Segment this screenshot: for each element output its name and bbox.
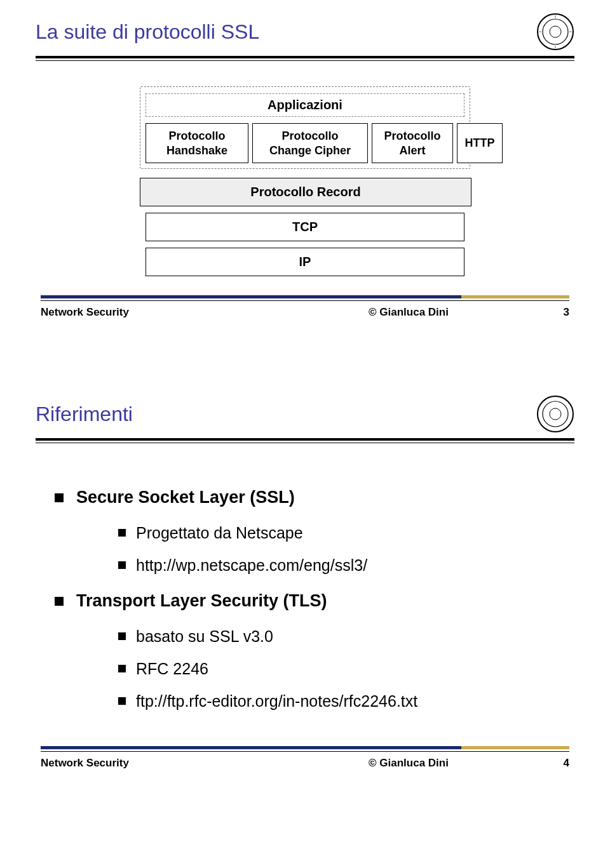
tls-sub1-text: basato su SSL v3.0	[136, 627, 273, 646]
alert-line2: Alert	[399, 144, 425, 158]
change-line2: Change Cipher	[269, 144, 351, 158]
slide-footer: Network Security © Gianluca Dini 3	[0, 295, 610, 319]
http-label: HTTP	[465, 136, 495, 150]
slide-1: La suite di protocolli SSL Applicazioni …	[0, 0, 610, 344]
footer-left: Network Security	[41, 306, 286, 319]
bullet-ssl-sub2: http://wp.netscape.com/eng/ssl3/	[118, 556, 574, 575]
ssl-sub2-text: http://wp.netscape.com/eng/ssl3/	[136, 556, 367, 575]
square-bullet-icon	[118, 697, 126, 705]
university-seal-icon	[536, 13, 574, 51]
application-layer-box: Applicazioni Protocollo Handshake Protoc…	[140, 86, 470, 169]
title-rule	[0, 433, 610, 443]
square-bullet-icon	[55, 597, 64, 606]
university-seal-icon	[536, 395, 574, 433]
applications-label: Applicazioni	[146, 93, 464, 117]
slide-content: Secure Socket Layer (SSL) Progettato da …	[0, 443, 610, 746]
square-bullet-icon	[55, 493, 64, 502]
alert-line1: Protocollo	[384, 129, 441, 144]
bullet-tls-sub1: basato su SSL v3.0	[118, 627, 574, 646]
footer-center: © Gianluca Dini	[286, 757, 531, 770]
svg-point-1	[543, 19, 568, 44]
ssl-heading-text: Secure Socket Layer (SSL)	[76, 488, 295, 507]
http-box: HTTP	[457, 123, 503, 163]
ssl-stack-diagram: Applicazioni Protocollo Handshake Protoc…	[140, 86, 470, 276]
svg-point-8	[543, 401, 568, 427]
slide-header: Riferimenti	[0, 382, 610, 433]
footer-color-rule	[41, 746, 569, 749]
slide-content: Applicazioni Protocollo Handshake Protoc…	[0, 61, 610, 295]
footer-text: Network Security © Gianluca Dini 4	[41, 757, 569, 770]
slide-2: Riferimenti Secure Socket Layer (SSL) Pr…	[0, 382, 610, 795]
ssl-sublist: Progettato da Netscape http://wp.netscap…	[118, 524, 574, 575]
bullet-ssl-sub1: Progettato da Netscape	[118, 524, 574, 542]
tls-sub2-text: RFC 2246	[136, 660, 208, 678]
slide-title: La suite di protocolli SSL	[36, 20, 536, 44]
ip-box: IP	[146, 248, 464, 276]
square-bullet-icon	[118, 665, 126, 672]
tls-heading-text: Transport Layer Security (TLS)	[76, 591, 327, 611]
handshake-protocol-box: Protocollo Handshake	[146, 123, 248, 163]
footer-center: © Gianluca Dini	[286, 306, 531, 319]
record-protocol-box: Protocollo Record	[140, 178, 471, 206]
change-cipher-protocol-box: Protocollo Change Cipher	[252, 123, 368, 163]
tcp-box: TCP	[146, 213, 464, 241]
slide-title: Riferimenti	[36, 403, 536, 426]
change-line1: Protocollo	[282, 129, 339, 144]
slide-footer: Network Security © Gianluca Dini 4	[0, 746, 610, 770]
slide-header: La suite di protocolli SSL	[0, 0, 610, 51]
tls-sublist: basato su SSL v3.0 RFC 2246 ftp://ftp.rf…	[118, 627, 574, 711]
footer-text: Network Security © Gianluca Dini 3	[41, 306, 569, 319]
square-bullet-icon	[118, 529, 126, 537]
ssl-subprotocols-row: Protocollo Handshake Protocollo Change C…	[146, 123, 464, 163]
bullet-tls-sub3: ftp://ftp.rfc-editor.org/in-notes/rfc224…	[118, 692, 574, 711]
handshake-line1: Protocollo	[169, 129, 226, 144]
alert-protocol-box: Protocollo Alert	[372, 123, 453, 163]
svg-point-2	[550, 26, 561, 37]
footer-page-number: 4	[531, 757, 569, 770]
bullet-tls: Transport Layer Security (TLS)	[55, 591, 574, 611]
footer-color-rule	[41, 295, 569, 298]
tls-sub3-text: ftp://ftp.rfc-editor.org/in-notes/rfc224…	[136, 692, 417, 711]
bullet-list: Secure Socket Layer (SSL) Progettato da …	[55, 488, 574, 711]
footer-page-number: 3	[531, 306, 569, 319]
square-bullet-icon	[118, 561, 126, 569]
bullet-tls-sub2: RFC 2246	[118, 660, 574, 678]
bullet-ssl: Secure Socket Layer (SSL)	[55, 488, 574, 507]
title-rule	[0, 51, 610, 61]
ssl-sub1-text: Progettato da Netscape	[136, 524, 303, 542]
footer-left: Network Security	[41, 757, 286, 770]
square-bullet-icon	[118, 632, 126, 640]
handshake-line2: Handshake	[166, 144, 227, 158]
svg-point-9	[550, 408, 561, 420]
